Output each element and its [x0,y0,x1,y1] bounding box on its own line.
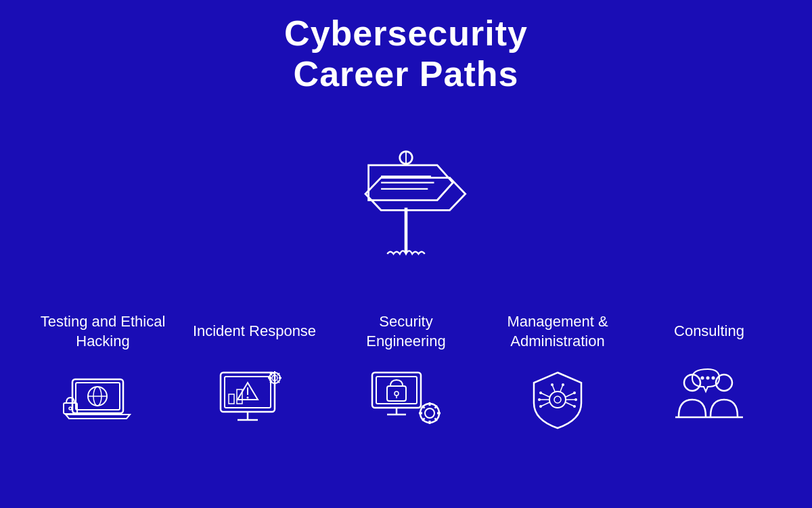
signpost-section [332,108,480,284]
main-title: Cybersecurity Career Paths [284,14,528,95]
title-line2: Career Paths [284,54,528,95]
svg-point-18 [247,396,249,398]
career-item-security-engineering: Security Engineering [338,312,474,433]
management-icon [517,366,598,433]
title-line1: Cybersecurity [284,14,528,54]
svg-point-52 [551,383,554,386]
svg-point-64 [574,398,577,401]
title-section: Cybersecurity Career Paths [284,14,528,95]
svg-point-69 [706,376,710,379]
svg-point-65 [573,405,576,408]
career-item-consulting: Consulting [641,312,777,433]
career-item-testing: Testing and Ethical Hacking [35,312,171,433]
career-label-management: Management & Administration [490,312,625,352]
svg-rect-31 [372,373,421,408]
svg-point-70 [712,376,715,379]
career-paths-section: Testing and Ethical Hacking [0,298,812,447]
svg-point-49 [554,396,561,403]
svg-point-48 [549,391,566,408]
testing-icon [62,366,143,433]
svg-point-62 [539,405,542,408]
career-label-incident: Incident Response [193,312,316,352]
security-engineering-icon [365,366,447,433]
svg-line-57 [566,393,574,397]
svg-line-54 [541,393,549,397]
svg-point-68 [701,376,704,379]
career-item-management: Management & Administration [490,312,625,433]
svg-line-56 [541,402,549,406]
svg-point-60 [539,391,542,394]
career-label-security-engineering: Security Engineering [338,312,474,352]
career-label-testing: Testing and Ethical Hacking [35,312,171,352]
svg-point-61 [538,398,541,401]
career-item-incident: Incident Response [187,312,322,433]
signpost-icon [332,115,480,278]
svg-point-53 [562,383,564,386]
svg-point-63 [573,391,576,394]
career-label-consulting: Consulting [674,312,744,352]
svg-point-39 [425,408,434,418]
svg-rect-35 [387,386,406,401]
svg-rect-19 [229,394,234,404]
svg-point-36 [394,391,399,396]
page-container: Cybersecurity Career Paths [0,0,812,508]
svg-point-12 [69,407,72,410]
incident-icon [214,366,295,433]
svg-line-59 [566,402,574,406]
consulting-icon [669,366,750,433]
